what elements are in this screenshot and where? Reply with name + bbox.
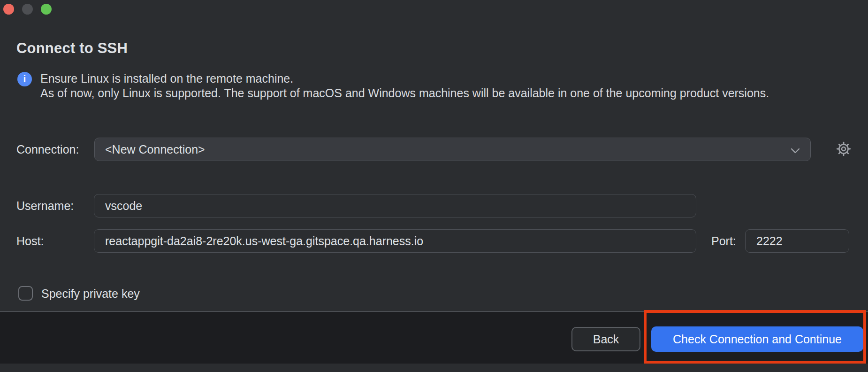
host-input[interactable] (94, 229, 696, 253)
chevron-down-icon (791, 143, 800, 156)
info-message-line2: As of now, only Linux is supported. The … (40, 86, 769, 101)
port-input[interactable] (745, 229, 849, 253)
host-label: Host: (16, 234, 44, 248)
back-button[interactable]: Back (571, 327, 640, 351)
username-label: Username: (16, 199, 74, 213)
ssh-settings-button[interactable] (835, 140, 853, 158)
connection-dropdown-value: <New Connection> (105, 143, 791, 156)
gear-icon (836, 141, 851, 158)
connect-to-ssh-dialog: Connect to SSH i Ensure Linux is install… (0, 0, 868, 372)
specify-private-key-label[interactable]: Specify private key (41, 287, 140, 301)
connection-dropdown[interactable]: <New Connection> (94, 138, 811, 161)
check-connection-and-continue-button[interactable]: Check Connection and Continue (651, 326, 863, 352)
page-title: Connect to SSH (16, 40, 128, 57)
zoom-window-button[interactable] (41, 4, 52, 15)
close-window-button[interactable] (3, 4, 14, 15)
info-message: Ensure Linux is installed on the remote … (40, 71, 769, 101)
specify-private-key-checkbox[interactable] (18, 286, 33, 301)
info-message-line1: Ensure Linux is installed on the remote … (40, 71, 769, 86)
port-label: Port: (711, 234, 736, 248)
window-bottom-strip (0, 364, 868, 372)
username-input[interactable] (94, 194, 696, 217)
minimize-window-button[interactable] (22, 4, 33, 15)
info-icon: i (17, 72, 32, 86)
connection-label: Connection: (16, 143, 79, 156)
window-controls (3, 4, 52, 15)
